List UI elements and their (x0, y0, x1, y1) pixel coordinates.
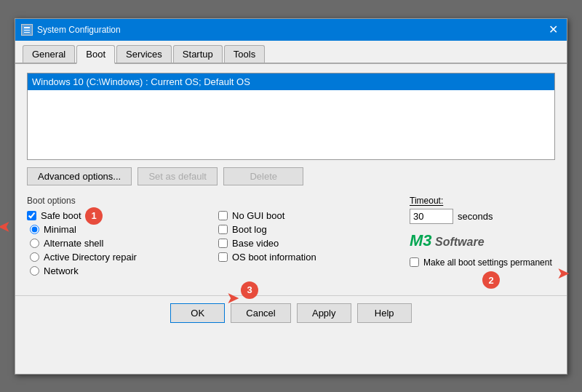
annotation-circle-3: 3 (241, 281, 258, 299)
boot-options-label: Boot options (27, 196, 204, 206)
ok-button[interactable]: OK (170, 303, 225, 323)
safe-boot-label: Safe boot (41, 210, 81, 221)
tab-general[interactable]: General (23, 45, 75, 63)
base-video-label: Base video (232, 238, 279, 249)
make-permanent-row: Make all boot settings permanent 2 ➤ (410, 257, 555, 269)
radio-ad-repair-label: Active Directory repair (44, 252, 137, 263)
boot-log-label: Boot log (232, 224, 267, 235)
boot-log-row: Boot log (218, 224, 395, 235)
timeout-area: Timeout: seconds (410, 196, 555, 224)
radio-network-input[interactable] (30, 266, 39, 276)
no-gui-row: No GUI boot (218, 210, 395, 221)
set-default-button[interactable]: Set as default (137, 167, 218, 185)
tab-services[interactable]: Services (116, 45, 172, 63)
timeout-row: seconds (410, 209, 555, 224)
footer: 3 ➤ OK Cancel Apply Help (15, 295, 567, 330)
no-gui-label: No GUI boot (232, 210, 284, 221)
help-button[interactable]: Help (357, 303, 412, 323)
timeout-unit: seconds (458, 211, 493, 222)
close-button[interactable]: ✕ (546, 23, 561, 36)
no-gui-checkbox[interactable] (218, 211, 228, 220)
svg-rect-2 (24, 30, 30, 31)
system-configuration-window: System Configuration ✕ General Boot Serv… (15, 18, 567, 375)
main-content: Windows 10 (C:\Windows) : Current OS; De… (15, 64, 567, 288)
make-permanent-checkbox[interactable] (410, 257, 419, 267)
title-bar-left: System Configuration (21, 24, 121, 36)
svg-rect-1 (24, 27, 30, 28)
radio-network-label: Network (44, 265, 79, 276)
right-checkboxes: No GUI boot Boot log Base video OS boot … (218, 196, 395, 279)
safe-boot-checkbox[interactable] (27, 211, 36, 220)
os-list[interactable]: Windows 10 (C:\Windows) : Current OS; De… (27, 73, 555, 160)
window-title: System Configuration (37, 25, 121, 35)
button-row: Advanced options... Set as default Delet… (27, 167, 555, 185)
boot-log-checkbox[interactable] (218, 225, 228, 234)
boot-options-section: Boot options Safe boot 1 ➤ Minimal (27, 196, 204, 279)
os-boot-info-row: OS boot information (218, 252, 395, 263)
base-video-row: Base video (218, 238, 395, 249)
radio-ad-repair: Active Directory repair (30, 252, 204, 263)
right-column: Timeout: seconds M3 Software Make all bo… (410, 196, 555, 279)
window-icon (21, 24, 33, 36)
options-area: Boot options Safe boot 1 ➤ Minimal (27, 196, 555, 279)
cancel-button[interactable]: Cancel (231, 303, 290, 323)
make-permanent-label: Make all boot settings permanent (423, 257, 552, 269)
timeout-input[interactable] (410, 209, 453, 224)
radio-minimal: Minimal (30, 224, 204, 235)
svg-rect-3 (24, 32, 30, 33)
annotation-circle-2: 2 (482, 271, 500, 289)
safe-boot-row: Safe boot 1 ➤ (27, 210, 204, 221)
arrow-3: ➤ (226, 289, 239, 308)
radio-ad-repair-input[interactable] (30, 252, 39, 262)
base-video-checkbox[interactable] (218, 239, 228, 248)
os-list-item[interactable]: Windows 10 (C:\Windows) : Current OS; De… (28, 73, 554, 90)
advanced-options-button[interactable]: Advanced options... (27, 167, 132, 185)
radio-alternate-label: Alternate shell (44, 238, 103, 249)
os-boot-info-checkbox[interactable] (218, 252, 228, 262)
radio-network: Network (30, 265, 204, 276)
annotation-circle-1: 1 (85, 207, 103, 225)
tab-bar: General Boot Services Startup Tools (15, 41, 567, 64)
arrow-1: ➤ (0, 217, 11, 236)
tab-tools[interactable]: Tools (224, 45, 265, 63)
radio-minimal-input[interactable] (30, 225, 39, 234)
timeout-label: Timeout: (410, 196, 555, 206)
delete-button[interactable]: Delete (223, 167, 303, 185)
arrow-2: ➤ (557, 264, 570, 283)
radio-alternate-input[interactable] (30, 239, 39, 248)
apply-button[interactable]: Apply (297, 303, 351, 323)
tab-boot[interactable]: Boot (76, 45, 115, 64)
m3-logo: M3 Software (410, 231, 555, 250)
os-boot-info-label: OS boot information (232, 252, 316, 263)
radio-minimal-label: Minimal (44, 224, 76, 235)
radio-alternate: Alternate shell (30, 238, 204, 249)
tab-startup[interactable]: Startup (173, 45, 223, 63)
title-bar: System Configuration ✕ (15, 19, 567, 41)
